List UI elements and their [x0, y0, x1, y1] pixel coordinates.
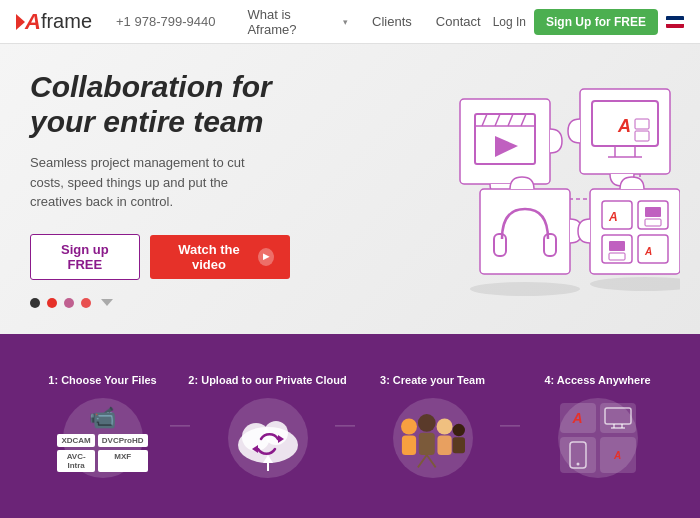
- language-flag-icon[interactable]: [666, 16, 684, 28]
- dot-3[interactable]: [64, 298, 74, 308]
- svg-text:A: A: [617, 116, 631, 136]
- svg-rect-53: [605, 408, 631, 424]
- svg-rect-44: [401, 435, 415, 455]
- svg-point-58: [576, 463, 579, 466]
- dot-4[interactable]: [81, 298, 91, 308]
- device-box-4: A: [600, 437, 636, 473]
- file-tag-dvcprohd: DVCProHD: [98, 434, 148, 447]
- svg-point-35: [590, 277, 680, 291]
- dot-1[interactable]: [30, 298, 40, 308]
- device-box-1: A: [560, 403, 596, 433]
- device-logo-a-icon: A: [572, 410, 582, 426]
- hero-illustration: A: [380, 69, 680, 309]
- file-tag-avc-intra: AVC-Intra: [57, 450, 94, 472]
- svg-point-43: [401, 418, 417, 434]
- svg-point-45: [417, 414, 435, 432]
- logo-triangle-icon: [16, 14, 25, 30]
- header-right: Log In Sign Up for FREE: [493, 9, 684, 35]
- svg-rect-20: [480, 189, 570, 274]
- devices-grid: A A: [560, 403, 636, 473]
- svg-point-38: [264, 421, 288, 445]
- step-2-label: 2: Upload to our Private Cloud: [188, 374, 346, 386]
- dot-2[interactable]: [47, 298, 57, 308]
- steps-section: 1: Choose Your Files 📹 XDCAM DVCProHD AV…: [0, 334, 700, 518]
- dropdown-arrow-icon: ▾: [343, 17, 348, 27]
- main-nav: What is Aframe? ▾ Clients Contact: [235, 7, 492, 37]
- hero-content: Collaboration for your entire team Seaml…: [0, 44, 320, 334]
- step-2-icon: [228, 398, 308, 478]
- hero-title: Collaboration for your entire team: [30, 70, 290, 139]
- signup-button-hero[interactable]: Sign up FREE: [30, 234, 140, 280]
- step-1-label: 1: Choose Your Files: [48, 374, 156, 386]
- phone-number: +1 978-799-9440: [116, 14, 215, 29]
- hero-dots: [30, 298, 290, 308]
- watch-video-button[interactable]: Watch the video ▶: [150, 235, 290, 279]
- device-logo-a-small-icon: A: [614, 450, 621, 461]
- svg-rect-48: [437, 435, 451, 455]
- logo-frame: frame: [41, 10, 92, 33]
- step-4: 4: Access Anywhere A: [515, 374, 680, 478]
- step-1: 1: Choose Your Files 📹 XDCAM DVCProHD AV…: [20, 374, 185, 478]
- svg-rect-27: [645, 207, 661, 217]
- svg-line-51: [417, 454, 426, 466]
- svg-rect-30: [609, 241, 625, 251]
- hero-section: Collaboration for your entire team Seaml…: [0, 44, 700, 334]
- login-link[interactable]: Log In: [493, 15, 526, 29]
- logo[interactable]: A frame: [16, 9, 92, 35]
- logo-a: A: [25, 9, 41, 35]
- nav-item-clients[interactable]: Clients: [360, 14, 424, 29]
- hero-buttons: Sign up FREE Watch the video ▶: [30, 234, 290, 280]
- svg-point-34: [470, 282, 580, 296]
- step-4-icon: A A: [558, 398, 638, 478]
- step-1-icon: 📹 XDCAM DVCProHD AVC-Intra MXF: [63, 398, 143, 478]
- svg-rect-46: [418, 432, 434, 454]
- svg-line-52: [426, 454, 435, 466]
- device-box-2: [600, 403, 636, 433]
- svg-point-47: [436, 418, 452, 434]
- play-icon: ▶: [258, 248, 274, 266]
- svg-text:A: A: [644, 246, 652, 257]
- svg-text:A: A: [608, 210, 618, 224]
- hero-subtitle: Seamless project management to cut costs…: [30, 153, 250, 212]
- svg-rect-50: [452, 437, 464, 453]
- dots-arrow-icon: [101, 299, 113, 306]
- step-3-label: 3: Create your Team: [380, 374, 485, 386]
- step-3-icon: [393, 398, 473, 478]
- step-2: 2: Upload to our Private Cloud: [185, 374, 350, 478]
- svg-point-49: [452, 423, 464, 435]
- header: A frame +1 978-799-9440 What is Aframe? …: [0, 0, 700, 44]
- nav-item-contact[interactable]: Contact: [424, 14, 493, 29]
- device-box-3: [560, 437, 596, 473]
- file-tag-xdcam: XDCAM: [57, 434, 94, 447]
- step-3: 3: Create your Team: [350, 374, 515, 478]
- step-4-label: 4: Access Anywhere: [544, 374, 650, 386]
- file-formats-grid: XDCAM DVCProHD AVC-Intra MXF: [57, 434, 147, 472]
- signup-button-header[interactable]: Sign Up for FREE: [534, 9, 658, 35]
- camera-icon: 📹: [89, 405, 116, 431]
- nav-item-what-is-aframe[interactable]: What is Aframe? ▾: [235, 7, 360, 37]
- file-tag-mxf: MXF: [98, 450, 148, 472]
